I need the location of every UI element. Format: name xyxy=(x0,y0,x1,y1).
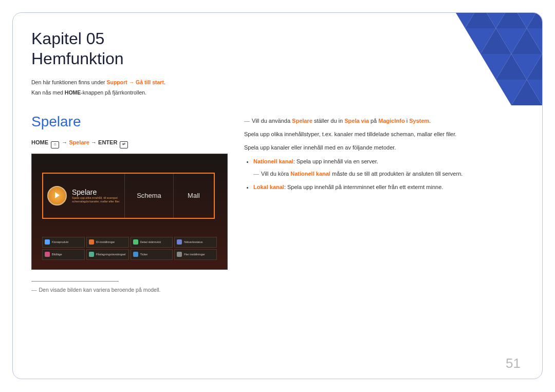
svg-marker-11 xyxy=(496,13,527,28)
method-list: Nationell kanal: Spela upp innehåll via … xyxy=(244,156,524,193)
cell-label: Nätverksstatus xyxy=(184,240,202,244)
right-column: ―Vill du använda Spelare ställer du in S… xyxy=(244,114,524,196)
text: i xyxy=(405,118,410,124)
note-text: Den här funktionen finns under xyxy=(31,79,107,85)
paragraph-3: Spela upp kanaler eller innehåll med en … xyxy=(244,142,524,153)
cell-icon xyxy=(89,239,94,245)
breadcrumb-arrow: → xyxy=(91,139,97,145)
grid-cell: Bildläge xyxy=(42,249,85,260)
bullet-note: ―Vill du köra Nationell kanal måste du s… xyxy=(253,169,524,179)
note-highlight: Support xyxy=(107,79,127,85)
cell-icon xyxy=(45,252,50,257)
section-title: Spelare xyxy=(31,114,227,130)
keyword: Nationell kanal xyxy=(290,171,330,177)
text: Vill du använda xyxy=(252,118,292,124)
grid-cell: Fler inställningar xyxy=(174,249,217,260)
bullet-label: Nationell kanal xyxy=(253,158,293,164)
svg-marker-12 xyxy=(527,13,542,28)
tile-spelare: Spelare Spela upp olika innehåll, till e… xyxy=(43,174,125,218)
dash-icon: ― xyxy=(31,287,37,293)
cell-label: Klonaprodukt xyxy=(52,240,68,244)
svg-marker-0 xyxy=(450,13,480,28)
header-notes: Den här funktionen finns under Support →… xyxy=(31,78,524,98)
divider xyxy=(31,281,119,282)
breadcrumb-enter: ENTER xyxy=(98,139,117,145)
enter-icon: ↵ xyxy=(120,141,128,148)
svg-marker-1 xyxy=(480,13,511,28)
list-item: Lokal kanal: Spela upp innehåll på inter… xyxy=(253,182,524,192)
breadcrumb-arrow: → xyxy=(62,139,69,145)
chapter-title: Hemfunktion xyxy=(31,49,524,68)
footnote-text: Den visade bilden kan variera beroende p… xyxy=(39,287,161,293)
text: . xyxy=(429,118,431,124)
note-text: . xyxy=(164,79,165,85)
dash-icon: ― xyxy=(253,171,259,177)
keyword: Spela via xyxy=(344,118,369,124)
paragraph-2: Spela upp olika innehållstyper, t.ex. ka… xyxy=(244,129,524,139)
note-text: -knappen på fjärrkontrollen. xyxy=(81,89,146,96)
grid-cell: Nätverksstatus xyxy=(174,237,217,248)
tile-mall: Mall xyxy=(174,174,214,218)
chapter-heading: Kapitel 05 xyxy=(31,29,524,48)
left-column: Spelare HOME ⌂ → Spelare → ENTER ↵ Spela… xyxy=(31,114,227,293)
bullet-label: Lokal kanal xyxy=(253,184,284,190)
keyword: Spelare xyxy=(292,118,312,124)
bottom-grid: Klonaprodukt ID-inställningar Delad skär… xyxy=(42,237,217,260)
keyword: MagicInfo xyxy=(378,118,404,124)
svg-marker-10 xyxy=(465,13,496,28)
breadcrumb-home: HOME xyxy=(31,139,48,145)
breadcrumb-current: Spelare xyxy=(69,139,89,145)
footnote: ―Den visade bilden kan variera beroende … xyxy=(31,287,227,293)
tile-title: Spelare xyxy=(72,188,123,196)
cell-icon xyxy=(177,252,182,257)
grid-cell: ID-inställningar xyxy=(86,237,129,248)
tile-subtitle: Spela upp olika innehåll, till exempel s… xyxy=(72,196,123,203)
svg-marker-2 xyxy=(511,13,542,28)
chapter-label: Kapitel xyxy=(31,29,82,48)
cell-label: Påslagnings/avstängsel xyxy=(96,253,126,256)
cell-label: Delad skärmvidd xyxy=(140,240,161,244)
dash-icon: ― xyxy=(244,118,250,124)
list-item: Nationell kanal: Spela upp innehåll via … xyxy=(253,156,524,179)
page-number: 51 xyxy=(506,356,521,371)
note-highlight: Gå till start xyxy=(136,79,164,85)
text: på xyxy=(369,118,378,124)
document-page: Kapitel 05 Hemfunktion Den här funktione… xyxy=(12,12,543,379)
text: måste du se till att produkten är anslut… xyxy=(330,171,462,177)
info-line-1: ―Vill du använda Spelare ställer du in S… xyxy=(244,116,524,126)
home-icon: ⌂ xyxy=(51,141,59,148)
tv-screenshot: Spelare Spela upp olika innehåll, till e… xyxy=(31,154,228,270)
play-icon xyxy=(47,186,67,206)
grid-cell: Klonaprodukt xyxy=(42,237,85,248)
content-columns: Spelare HOME ⌂ → Spelare → ENTER ↵ Spela… xyxy=(31,114,524,293)
cell-icon xyxy=(177,239,182,245)
tile-text: Spelare Spela upp olika innehåll, till e… xyxy=(72,188,123,203)
svg-marker-16 xyxy=(527,54,542,80)
cell-label: Ticker xyxy=(140,253,148,256)
note-text: Kan nås med xyxy=(31,89,65,96)
grid-cell: Ticker xyxy=(131,249,173,260)
keyword: System xyxy=(409,118,429,124)
cell-icon xyxy=(89,252,94,257)
note-arrow: → xyxy=(127,79,136,85)
cell-label: Fler inställningar xyxy=(184,253,205,256)
svg-marker-9 xyxy=(527,80,542,105)
note-line-1: Den här funktionen finns under Support →… xyxy=(31,78,524,88)
note-bold: HOME xyxy=(65,89,81,96)
bullet-text: : Spela upp innehåll via en server. xyxy=(293,158,378,164)
bullet-text: : Spela upp innehåll på internminnet ell… xyxy=(284,184,443,190)
svg-marker-5 xyxy=(527,28,542,54)
note-line-2: Kan nås med HOME-knappen på fjärrkontrol… xyxy=(31,88,524,98)
tile-row: Spelare Spela upp olika innehåll, till e… xyxy=(42,173,215,219)
cell-label: Bildläge xyxy=(52,253,62,256)
tile-schema: Schema xyxy=(125,174,174,218)
cell-icon xyxy=(133,239,138,245)
grid-cell: Delad skärmvidd xyxy=(131,237,173,248)
cell-label: ID-inställningar xyxy=(96,240,115,244)
text: Vill du köra xyxy=(261,171,290,177)
text: ställer du in xyxy=(312,118,344,124)
breadcrumb: HOME ⌂ → Spelare → ENTER ↵ xyxy=(31,139,227,148)
cell-icon xyxy=(45,239,50,245)
grid-cell: Påslagnings/avstängsel xyxy=(86,249,129,260)
cell-icon xyxy=(133,252,138,257)
